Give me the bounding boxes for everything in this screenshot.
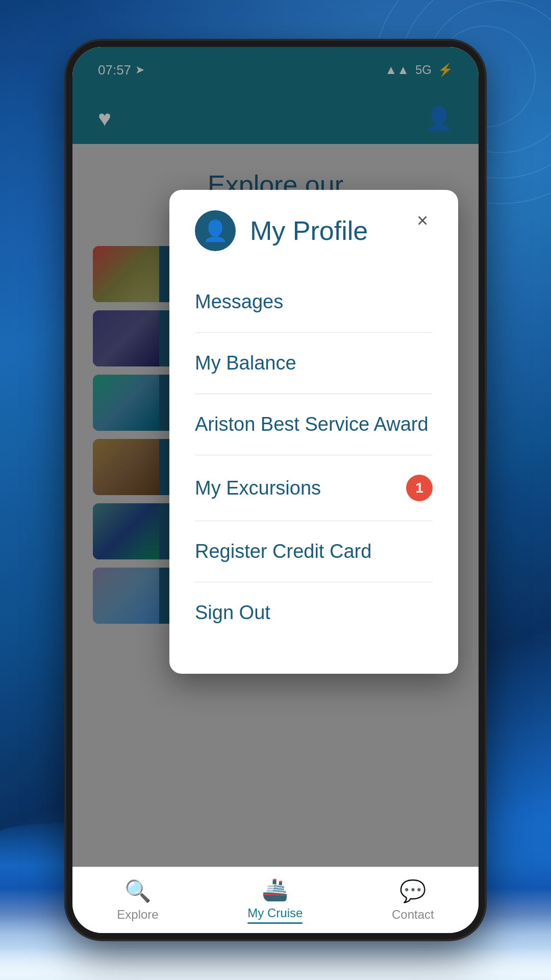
menu-item-ariston-award[interactable]: Ariston Best Service Award (195, 394, 433, 455)
modal-title: My Profile (250, 215, 368, 246)
avatar: 👤 (195, 210, 236, 251)
menu-item-my-balance[interactable]: My Balance (195, 333, 433, 394)
nav-item-contact[interactable]: 💬 Contact (377, 873, 449, 927)
menu-item-label: My Excursions (195, 477, 321, 499)
nav-label-explore: Explore (117, 908, 158, 922)
menu-item-messages[interactable]: Messages (195, 272, 433, 333)
menu-item-register-credit-card[interactable]: Register Credit Card (195, 521, 433, 582)
avatar-icon: 👤 (203, 219, 228, 243)
nav-label-contact: Contact (392, 908, 434, 922)
phone-screen: 07:57 ➤ ▲▲ 5G ⚡ ♥ 👤 Explore our destinat… (72, 47, 479, 933)
close-icon: × (417, 210, 428, 232)
profile-modal: × 👤 My Profile Messages My Balance Arist… (169, 190, 458, 674)
nav-item-explore[interactable]: 🔍 Explore (102, 873, 173, 927)
menu-item-label: Messages (195, 291, 283, 313)
menu-item-sign-out[interactable]: Sign Out (195, 582, 433, 643)
bottom-nav: 🔍 Explore 🚢 My Cruise 💬 Contact (72, 867, 479, 933)
close-button[interactable]: × (407, 205, 438, 236)
excursions-badge: 1 (406, 475, 433, 501)
nav-item-my-cruise[interactable]: 🚢 My Cruise (232, 872, 318, 929)
menu-item-label: Register Credit Card (195, 541, 371, 562)
menu-item-label: Sign Out (195, 602, 270, 624)
menu-item-my-excursions[interactable]: My Excursions 1 (195, 455, 433, 521)
cruise-icon: 🚢 (262, 877, 288, 902)
explore-icon: 🔍 (124, 878, 151, 903)
contact-icon: 💬 (399, 878, 426, 903)
menu-item-label: Ariston Best Service Award (195, 413, 429, 435)
phone-frame: 07:57 ➤ ▲▲ 5G ⚡ ♥ 👤 Explore our destinat… (66, 41, 485, 939)
nav-label-my-cruise: My Cruise (247, 906, 303, 924)
modal-header: 👤 My Profile (195, 210, 433, 251)
menu-item-label: My Balance (195, 352, 296, 374)
